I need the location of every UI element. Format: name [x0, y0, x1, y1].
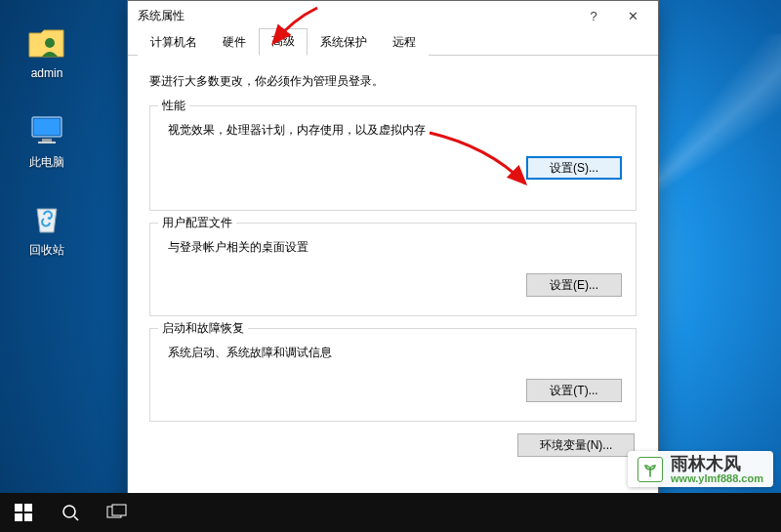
search-button[interactable]	[47, 493, 94, 532]
group-performance: 性能 视觉效果，处理器计划，内存使用，以及虚拟内存 设置(S)...	[149, 105, 637, 211]
group-description: 视觉效果，处理器计划，内存使用，以及虚拟内存	[168, 122, 622, 139]
help-icon: ?	[590, 9, 596, 23]
desktop-icon-label: 此电脑	[10, 154, 84, 171]
admin-notice: 要进行大多数更改，你必须作为管理员登录。	[149, 73, 637, 90]
desktop-icon-label: admin	[10, 66, 84, 80]
tab-computer-name[interactable]: 计算机名	[138, 29, 210, 56]
start-button[interactable]	[0, 493, 47, 532]
close-icon: ✕	[628, 9, 638, 23]
desktop-icon-this-pc[interactable]: 此电脑	[10, 109, 84, 171]
watermark-brand: 雨林木风	[671, 455, 763, 472]
group-startup-recovery: 启动和故障恢复 系统启动、系统故障和调试信息 设置(T)...	[149, 328, 637, 422]
group-description: 与登录帐户相关的桌面设置	[168, 239, 622, 256]
tab-remote[interactable]: 远程	[380, 29, 429, 56]
system-properties-dialog: 系统属性 ? ✕ 计算机名 硬件 高级 系统保护 远程 要进行大多数更改，你必须…	[127, 0, 659, 523]
dialog-body: 要进行大多数更改，你必须作为管理员登录。 性能 视觉效果，处理器计划，内存使用，…	[128, 56, 658, 522]
performance-settings-button[interactable]: 设置(S)...	[526, 156, 622, 180]
user-folder-icon	[26, 21, 67, 62]
group-legend: 用户配置文件	[158, 215, 236, 231]
svg-rect-2	[34, 119, 60, 135]
svg-line-10	[74, 516, 78, 520]
watermark: 雨林木风 www.ylmf888.com	[628, 451, 773, 487]
group-legend: 性能	[158, 98, 189, 114]
svg-point-9	[63, 506, 75, 517]
taskbar	[0, 493, 781, 532]
desktop-icon-recycle-bin[interactable]: 回收站	[10, 197, 84, 259]
svg-rect-7	[15, 513, 22, 521]
sprout-icon	[637, 457, 663, 482]
group-legend: 启动和故障恢复	[158, 320, 248, 337]
task-view-button[interactable]	[94, 493, 141, 532]
startup-recovery-settings-button[interactable]: 设置(T)...	[526, 379, 622, 402]
svg-rect-5	[15, 504, 22, 512]
help-button[interactable]: ?	[574, 2, 613, 29]
svg-rect-8	[24, 513, 32, 521]
monitor-icon	[26, 109, 67, 150]
svg-rect-6	[24, 504, 32, 512]
environment-variables-button[interactable]: 环境变量(N)...	[517, 433, 635, 457]
dialog-title: 系统属性	[138, 8, 185, 24]
search-icon	[61, 503, 80, 522]
desktop-icon-label: 回收站	[10, 242, 84, 259]
windows-logo-icon	[15, 504, 32, 521]
task-view-icon	[106, 504, 128, 521]
recycle-bin-icon	[26, 197, 67, 238]
svg-rect-4	[38, 142, 56, 143]
tab-hardware[interactable]: 硬件	[210, 29, 259, 56]
svg-rect-3	[42, 139, 52, 142]
tab-system-protection[interactable]: 系统保护	[308, 29, 380, 56]
svg-point-0	[45, 38, 55, 48]
watermark-url: www.ylmf888.com	[671, 472, 763, 485]
group-description: 系统启动、系统故障和调试信息	[168, 345, 622, 361]
svg-rect-12	[112, 505, 126, 515]
group-user-profiles: 用户配置文件 与登录帐户相关的桌面设置 设置(E)...	[149, 223, 637, 316]
user-profiles-settings-button[interactable]: 设置(E)...	[526, 273, 622, 297]
close-button[interactable]: ✕	[613, 2, 652, 29]
tab-strip: 计算机名 硬件 高级 系统保护 远程	[128, 30, 658, 56]
desktop-icon-admin[interactable]: admin	[10, 21, 84, 80]
tab-advanced[interactable]: 高级	[259, 28, 308, 56]
titlebar[interactable]: 系统属性 ? ✕	[128, 1, 658, 30]
